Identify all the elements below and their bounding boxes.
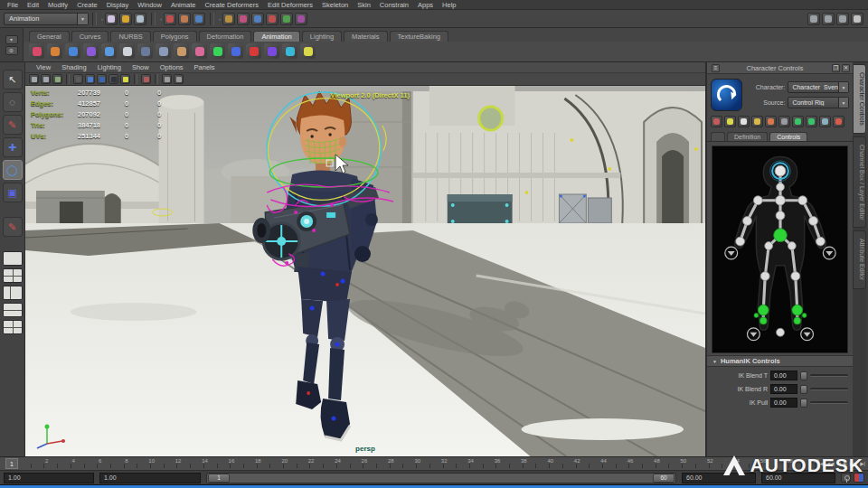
shelf-tab-polygons[interactable]: Polygons xyxy=(153,31,197,42)
menu-create[interactable]: Create xyxy=(72,1,102,9)
menu-set-dropdown[interactable]: Animation ▼ xyxy=(4,13,89,25)
vp-xray-joints-icon[interactable] xyxy=(174,74,184,84)
timeline-frame-53[interactable] xyxy=(710,457,723,470)
cc-select-all-icon[interactable] xyxy=(711,116,722,127)
collapse-arrow-icon[interactable]: › xyxy=(101,16,103,22)
menu-window[interactable]: Window xyxy=(133,1,166,9)
timeline-frame-31[interactable] xyxy=(417,457,430,470)
close-icon[interactable]: ✕ xyxy=(842,64,850,72)
vp-bookmarks-icon[interactable] xyxy=(52,74,62,84)
select-component-icon[interactable] xyxy=(193,13,205,25)
shelf-ik-handle-icon[interactable] xyxy=(65,43,80,59)
timeline-frame-26[interactable]: 26 xyxy=(351,457,364,470)
new-scene-icon[interactable] xyxy=(105,13,118,25)
timeline-frame-38[interactable]: 38 xyxy=(510,457,524,470)
move-tool-icon[interactable]: ✚ xyxy=(3,137,23,157)
shelf-tab-general[interactable]: General xyxy=(29,31,70,42)
timeline-frame-19[interactable] xyxy=(258,457,271,470)
timeline-frame-25[interactable] xyxy=(337,457,351,470)
timeline-frame-43[interactable] xyxy=(577,457,590,470)
range-end-handle[interactable]: 60 xyxy=(653,474,675,483)
timeline-frame-47[interactable] xyxy=(629,457,643,470)
timeline-frame-9[interactable] xyxy=(125,457,138,470)
slider-knob[interactable] xyxy=(800,371,807,380)
timeline-frame-5[interactable] xyxy=(71,457,85,470)
lasso-tool-icon[interactable]: ◌ xyxy=(3,92,23,112)
vp-isolate-select-icon[interactable] xyxy=(141,74,151,84)
vp-wireframe-icon[interactable] xyxy=(73,74,83,84)
layout-quad-alt-button[interactable] xyxy=(3,320,23,334)
vp-default-light-icon[interactable] xyxy=(120,74,130,84)
menu-modify[interactable]: Modify xyxy=(43,1,72,9)
timeline-frame-30[interactable]: 30 xyxy=(403,457,417,470)
timeline-frame-18[interactable]: 18 xyxy=(244,457,258,470)
shelf-tab-texturebaking[interactable]: TextureBaking xyxy=(390,31,449,42)
select-tool-icon[interactable]: ↖ xyxy=(3,70,23,89)
playback-start-field[interactable]: 1.00 xyxy=(99,473,201,483)
shelf-set-key-icon[interactable] xyxy=(29,43,44,59)
timeline-frame-10[interactable]: 10 xyxy=(137,457,151,470)
timeline-frame-39[interactable] xyxy=(524,457,537,470)
range-start-handle[interactable]: 1 xyxy=(208,474,230,483)
timeline-frame-22[interactable]: 22 xyxy=(297,457,311,470)
timeline-frame-28[interactable]: 28 xyxy=(377,457,391,470)
timeline-frame-42[interactable]: 42 xyxy=(563,457,577,470)
menu-create-deformers[interactable]: Create Deformers xyxy=(200,1,263,9)
cc-body-part-icon[interactable] xyxy=(751,116,763,127)
shelf-turntable-icon[interactable] xyxy=(264,43,279,59)
timeline-frame-3[interactable] xyxy=(44,457,58,470)
shelf-ghost-icon[interactable] xyxy=(300,43,316,59)
menu-display[interactable]: Display xyxy=(102,1,134,9)
shelf-tab-nurbs[interactable]: NURBS xyxy=(110,31,150,42)
menu-help[interactable]: Help xyxy=(438,1,460,9)
shelf-set-breakdown-icon[interactable] xyxy=(47,43,62,59)
toggle-attribute-editor-icon[interactable] xyxy=(807,13,820,25)
paint-select-tool-icon[interactable]: ✎ xyxy=(3,115,23,135)
viewport-menu-options[interactable]: Options xyxy=(155,63,189,71)
cc-stance-pose-icon[interactable] xyxy=(738,116,750,127)
slider-knob[interactable] xyxy=(800,385,807,394)
timeline-frame-35[interactable] xyxy=(470,457,484,470)
collapse-arrow-icon[interactable]: › xyxy=(160,16,162,22)
menu-skeleton[interactable]: Skeleton xyxy=(317,1,353,9)
layout-four-pane-button[interactable] xyxy=(3,268,23,283)
range-slider-track[interactable]: 1 60 xyxy=(206,473,676,483)
vp-textured-icon[interactable] xyxy=(97,74,107,84)
side-tab-channel-box-layer-editor[interactable]: Channel Box / Layer Editor xyxy=(853,136,866,229)
shelf-tab-curves[interactable]: Curves xyxy=(71,31,109,42)
viewport-menu-show[interactable]: Show xyxy=(127,63,155,71)
shelf-constraint-icon[interactable] xyxy=(228,43,243,59)
animation-start-field[interactable]: 1.00 xyxy=(4,473,94,483)
humanik-value-ik-pull[interactable]: 0.00 xyxy=(770,398,797,408)
menu-edit-deformers[interactable]: Edit Deformers xyxy=(263,1,317,9)
shelf-tab-deformation[interactable]: Deformation xyxy=(199,31,252,42)
cc-tab-controls[interactable]: Controls xyxy=(769,132,807,141)
snap-view-plane-icon[interactable] xyxy=(266,13,278,25)
humanik-value-ik-blend-t[interactable]: 0.00 xyxy=(770,371,797,380)
character-dropdown[interactable]: Character_Sven ▼ xyxy=(788,81,849,93)
menu-edit[interactable]: Edit xyxy=(23,1,43,9)
vp-xray-icon[interactable] xyxy=(162,74,172,84)
snap-point-icon[interactable] xyxy=(251,13,264,25)
timeline-frame-46[interactable]: 46 xyxy=(617,457,630,470)
timeline-frame-4[interactable]: 4 xyxy=(58,457,71,470)
cc-tab-definition[interactable]: Definition xyxy=(727,132,768,141)
menu-constrain[interactable]: Constrain xyxy=(375,1,413,9)
timeline-frame-1[interactable] xyxy=(18,457,32,470)
shelf-ik-spline-handle-icon[interactable] xyxy=(119,43,135,59)
snap-curve-icon[interactable] xyxy=(237,13,250,25)
timeline-frame-29[interactable] xyxy=(391,457,404,470)
cc-tab-stub[interactable] xyxy=(711,132,725,141)
timeline-frame-6[interactable]: 6 xyxy=(85,457,99,470)
shelf-motion-path-icon[interactable] xyxy=(210,43,225,59)
side-tab-attribute-editor[interactable]: Attribute Editor xyxy=(853,230,866,288)
select-object-icon[interactable] xyxy=(178,13,191,25)
timeline-frame-32[interactable]: 32 xyxy=(430,457,444,470)
shelf-spline-ik-icon[interactable] xyxy=(83,43,99,59)
current-frame-marker[interactable]: 1 xyxy=(5,458,18,469)
timeline-frame-7[interactable] xyxy=(98,457,111,470)
timeline-frame-24[interactable]: 24 xyxy=(324,457,337,470)
vp-select-camera-icon[interactable] xyxy=(29,74,39,84)
timeline-frame-33[interactable] xyxy=(444,457,458,470)
timeline-frame-15[interactable] xyxy=(204,457,218,470)
